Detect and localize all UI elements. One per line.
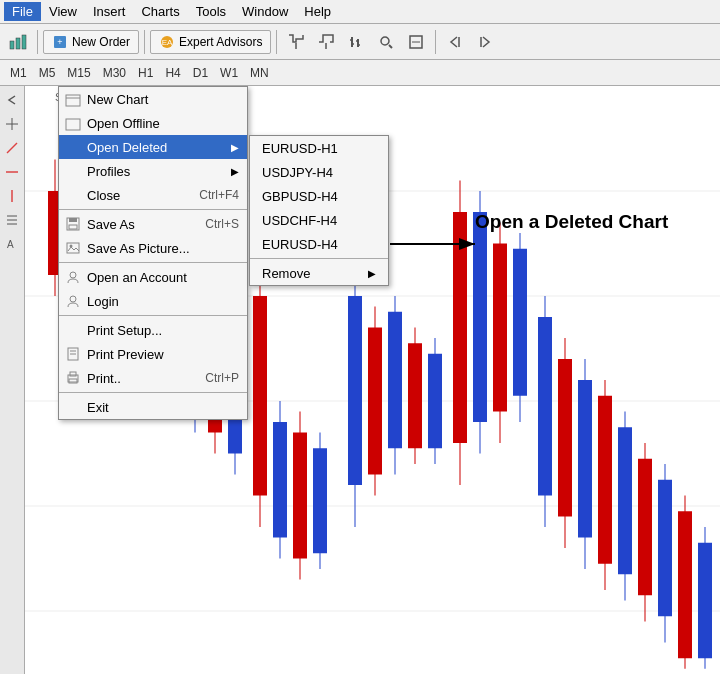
svg-rect-65 [348, 296, 362, 485]
submenu-eurusd-h4[interactable]: EURUSD-H4 [250, 232, 388, 256]
sep-4 [59, 392, 247, 393]
chart-area: Sym... [25, 86, 720, 674]
menu-print[interactable]: Print.. Ctrl+P [59, 366, 247, 390]
sidebar-hline-icon[interactable] [2, 162, 22, 182]
new-chart-toolbar-btn[interactable] [4, 28, 32, 56]
svg-rect-63 [313, 448, 327, 553]
sidebar-arrow-icon[interactable] [2, 90, 22, 110]
menu-new-chart[interactable]: New Chart [59, 87, 247, 111]
menu-login[interactable]: Login [59, 289, 247, 313]
submenu-separator [250, 258, 388, 259]
open-deleted-submenu: EURUSD-H1 USDJPY-H4 GBPUSD-H4 USDCHF-H4 [249, 135, 389, 286]
svg-line-16 [389, 45, 392, 48]
menu-view[interactable]: View [41, 2, 85, 21]
tf-d1[interactable]: D1 [187, 64, 214, 82]
svg-rect-95 [658, 480, 672, 617]
menu-print-preview[interactable]: Print Preview [59, 342, 247, 366]
remove-arrow-icon: ▶ [348, 268, 376, 279]
sidebar-line-icon[interactable] [2, 138, 22, 158]
sidebar-vline-icon[interactable] [2, 186, 22, 206]
profiles-arrow-icon: ▶ [231, 166, 239, 177]
print-preview-label: Print Preview [87, 347, 164, 362]
menu-help[interactable]: Help [296, 2, 339, 21]
tf-w1[interactable]: W1 [214, 64, 244, 82]
submenu-usdchf-h4[interactable]: USDCHF-H4 [250, 208, 388, 232]
new-order-label: New Order [72, 35, 130, 49]
exit-label: Exit [87, 400, 109, 415]
menu-print-setup[interactable]: Print Setup... [59, 318, 247, 342]
gbpusd-h4-label: GBPUSD-H4 [262, 189, 338, 204]
zoom-fit-btn[interactable] [402, 28, 430, 56]
eurusd-h1-label: EURUSD-H1 [262, 141, 338, 156]
svg-rect-93 [638, 459, 652, 596]
chart-zoom-out-btn[interactable] [312, 28, 340, 56]
menu-save-as-picture[interactable]: Save As Picture... [59, 236, 247, 260]
chart-zoom-in-btn[interactable] [282, 28, 310, 56]
login-icon [63, 294, 83, 308]
scroll-left-btn[interactable] [441, 28, 469, 56]
sep-3 [59, 315, 247, 316]
svg-rect-106 [67, 243, 79, 253]
svg-rect-81 [513, 249, 527, 396]
tf-m1[interactable]: M1 [4, 64, 33, 82]
menu-exit[interactable]: Exit [59, 395, 247, 419]
toolbar-sep-2 [144, 30, 145, 54]
print-setup-label: Print Setup... [87, 323, 162, 338]
save-as-shortcut: Ctrl+S [185, 217, 239, 231]
submenu-usdjpy-h4[interactable]: USDJPY-H4 [250, 160, 388, 184]
scroll-right-btn[interactable] [471, 28, 499, 56]
open-deleted-arrow-icon: ▶ [231, 142, 239, 153]
svg-text:EA: EA [162, 38, 173, 47]
menu-profiles[interactable]: Profiles ▶ [59, 159, 247, 183]
new-order-button[interactable]: + New Order [43, 30, 139, 54]
menu-file[interactable]: File [4, 2, 41, 21]
svg-rect-61 [293, 433, 307, 559]
svg-rect-57 [253, 296, 267, 496]
menu-save-as[interactable]: Save As Ctrl+S [59, 212, 247, 236]
open-account-label: Open an Account [87, 270, 187, 285]
sidebar-text-icon[interactable]: A [2, 234, 22, 254]
tf-m30[interactable]: M30 [97, 64, 132, 82]
sidebar-fib-icon[interactable] [2, 210, 22, 230]
sep-1 [59, 209, 247, 210]
open-deleted-label: Open Deleted [87, 140, 167, 155]
file-dropdown: New Chart Open Offline Open Deleted ▶ [58, 86, 248, 420]
svg-rect-2 [22, 35, 26, 49]
sidebar-crosshair-icon[interactable] [2, 114, 22, 134]
bar-chart-btn[interactable] [342, 28, 370, 56]
svg-text:A: A [7, 239, 14, 250]
submenu-gbpusd-h4[interactable]: GBPUSD-H4 [250, 184, 388, 208]
svg-rect-91 [618, 427, 632, 574]
menu-close[interactable]: Close Ctrl+F4 [59, 183, 247, 207]
expert-advisors-button[interactable]: EA Expert Advisors [150, 30, 271, 54]
menu-open-account[interactable]: Open an Account [59, 265, 247, 289]
menu-open-deleted[interactable]: Open Deleted ▶ EURUSD-H1 USDJPY-H4 GBPUS… [59, 135, 247, 159]
login-label: Login [87, 294, 119, 309]
profiles-label: Profiles [87, 164, 130, 179]
menu-insert[interactable]: Insert [85, 2, 134, 21]
submenu-eurusd-h1[interactable]: EURUSD-H1 [250, 136, 388, 160]
magnify-btn[interactable] [372, 28, 400, 56]
tf-m15[interactable]: M15 [61, 64, 96, 82]
sep-2 [59, 262, 247, 263]
tf-h4[interactable]: H4 [159, 64, 186, 82]
menu-charts[interactable]: Charts [133, 2, 187, 21]
svg-text:+: + [57, 37, 62, 47]
timeframe-bar: M1 M5 M15 M30 H1 H4 D1 W1 MN [0, 60, 720, 86]
save-as-picture-label: Save As Picture... [87, 241, 190, 256]
menu-bar: File View Insert Charts Tools Window Hel… [0, 0, 720, 24]
menu-open-offline[interactable]: Open Offline [59, 111, 247, 135]
new-chart-icon [63, 91, 83, 107]
svg-rect-104 [69, 218, 77, 222]
submenu-remove[interactable]: Remove ▶ [250, 261, 388, 285]
svg-rect-89 [598, 396, 612, 564]
tf-mn[interactable]: MN [244, 64, 275, 82]
tf-h1[interactable]: H1 [132, 64, 159, 82]
svg-rect-79 [493, 244, 507, 412]
menu-window[interactable]: Window [234, 2, 296, 21]
svg-rect-85 [558, 359, 572, 517]
menu-tools[interactable]: Tools [188, 2, 234, 21]
open-account-icon [63, 270, 83, 284]
tf-m5[interactable]: M5 [33, 64, 62, 82]
svg-point-108 [70, 272, 76, 278]
